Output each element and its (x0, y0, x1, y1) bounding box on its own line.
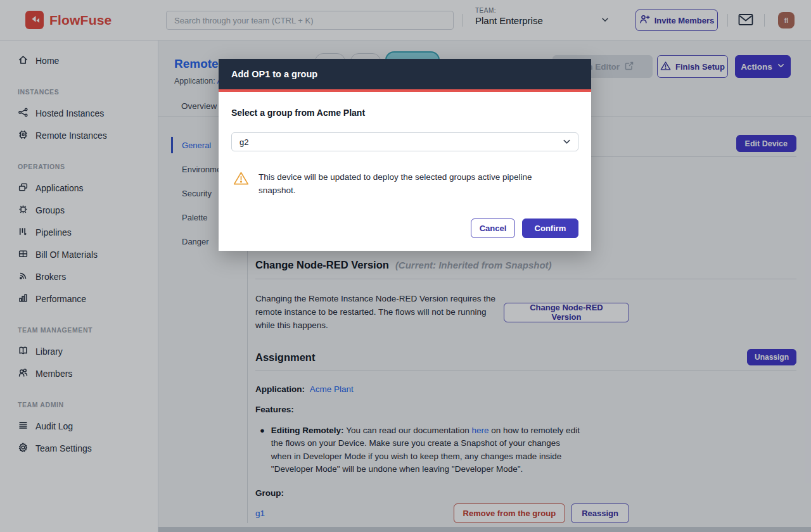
cancel-button[interactable]: Cancel (471, 218, 515, 238)
warning-text: This device will be updated to deploy th… (259, 171, 561, 198)
dialog-title: Add OP1 to a group (231, 69, 317, 79)
dialog-header: Add OP1 to a group (219, 59, 591, 89)
add-to-group-dialog: Add OP1 to a group Select a group from A… (219, 59, 591, 251)
select-group-label: Select a group from Acme Plant (231, 108, 578, 118)
group-select-input[interactable] (231, 132, 578, 151)
dialog-footer: Cancel Confirm (231, 218, 578, 238)
dialog-body: Select a group from Acme Plant This devi… (219, 92, 591, 251)
warning-message: This device will be updated to deploy th… (231, 171, 578, 198)
group-select (231, 132, 578, 151)
flowfuse-app: FlowFuse TEAM: Plant Enterprise Invite M… (0, 0, 811, 532)
confirm-button[interactable]: Confirm (522, 218, 578, 238)
warning-triangle-icon (233, 171, 249, 188)
